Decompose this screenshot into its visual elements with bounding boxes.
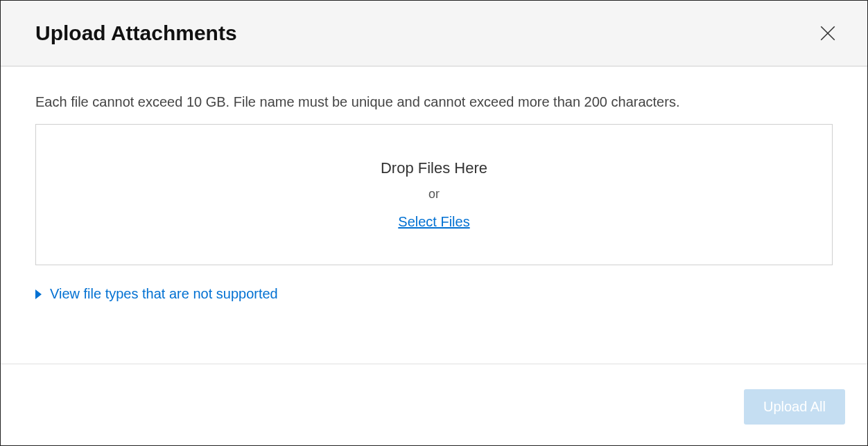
modal-body: Each file cannot exceed 10 GB. File name… xyxy=(1,66,867,364)
close-button[interactable] xyxy=(816,21,840,45)
unsupported-file-types-toggle[interactable]: View file types that are not supported xyxy=(35,286,278,302)
modal-footer: Upload All xyxy=(1,364,867,445)
upload-attachments-modal: Upload Attachments Each file cannot exce… xyxy=(0,0,868,446)
modal-title: Upload Attachments xyxy=(35,21,237,45)
upload-all-button[interactable]: Upload All xyxy=(744,389,845,425)
file-requirements-text: Each file cannot exceed 10 GB. File name… xyxy=(35,94,833,110)
file-dropzone[interactable]: Drop Files Here or Select Files xyxy=(35,124,833,265)
modal-header: Upload Attachments xyxy=(1,1,867,66)
caret-right-icon xyxy=(35,289,42,299)
close-icon xyxy=(819,24,837,42)
unsupported-file-types-label: View file types that are not supported xyxy=(50,286,278,302)
dropzone-title: Drop Files Here xyxy=(50,159,818,177)
select-files-link[interactable]: Select Files xyxy=(398,214,469,230)
dropzone-or-text: or xyxy=(50,187,818,202)
